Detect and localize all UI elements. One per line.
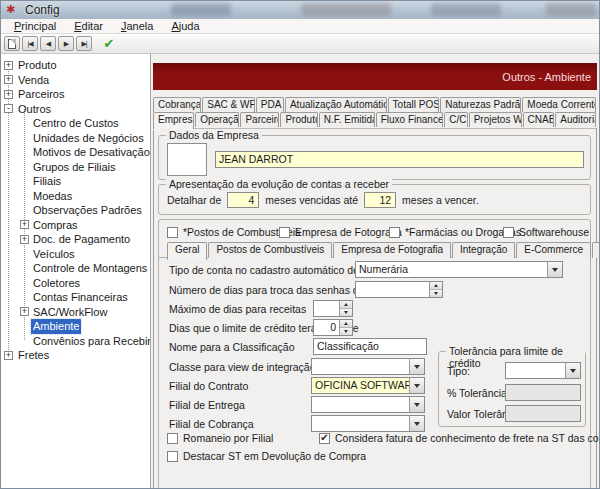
expand-icon[interactable]: + (20, 307, 29, 316)
next-record-button[interactable]: ▶ (58, 36, 74, 51)
spin-down-icon[interactable] (430, 289, 442, 297)
tree-item-convenios-para-recebimentos[interactable]: Convênios para Recebimentos c (1, 334, 150, 349)
dropdown-arrow-icon[interactable] (565, 363, 580, 378)
tree-item-contas-financeiras[interactable]: Contas Financeiras (1, 290, 150, 305)
ecf-combobox[interactable]: Numerária (355, 261, 563, 278)
dropdown-arrow-icon[interactable] (409, 416, 424, 431)
first-record-button[interactable]: |◀ (22, 36, 38, 51)
filial-entrega-combobox[interactable] (311, 396, 425, 413)
tab-empresa-de-fotografia[interactable]: Empresa de Fotografia (333, 242, 451, 258)
checkbox-considera-fatura-frete[interactable]: ✔ Considera fatura de conhecimento de fr… (319, 432, 600, 444)
limite-spinedit[interactable]: 0 (313, 319, 353, 336)
tab-projetos-wf[interactable]: Projetos WF (469, 112, 522, 127)
tree-item-compras[interactable]: +Compras (1, 218, 150, 233)
checkbox-softwarehouse[interactable]: Softwarehouse (503, 226, 589, 238)
tree-item-grupos-de-filiais[interactable]: Grupos de Filiais (1, 160, 150, 175)
tab-totall-pos[interactable]: Totall POS (388, 97, 440, 112)
tree-item-observacoes-padroes[interactable]: Observações Padrões (1, 203, 150, 218)
checkbox-empresa-de-fotografia[interactable]: Empresa de Fotografia (279, 226, 402, 238)
company-logo-box[interactable] (167, 143, 207, 176)
tree-item-moedas[interactable]: Moedas (1, 189, 150, 204)
tab-produto[interactable]: Produto (280, 112, 317, 127)
config-window: ✱ Config Principal Editar Janela Ajuda |… (0, 0, 600, 489)
tree-item-unidades-de-negocios[interactable]: Unidades de Negócios (1, 131, 150, 146)
new-record-button[interactable] (4, 36, 20, 51)
menu-principal[interactable]: Principal (5, 20, 65, 32)
dropdown-arrow-icon[interactable] (409, 359, 424, 374)
expand-icon[interactable]: + (4, 61, 13, 70)
checkbox-farmacias-ou-drogarias[interactable]: *Farmácias ou Drogarias (389, 226, 521, 238)
dropdown-arrow-icon[interactable] (409, 378, 424, 393)
filial-cobranca-combobox[interactable] (311, 415, 425, 432)
expand-icon[interactable]: + (4, 90, 13, 99)
tab-atualizacao-automatica[interactable]: Atualização Automática (285, 97, 387, 112)
classificacao-field[interactable]: Classificação (313, 338, 427, 355)
tab-moeda-corrente[interactable]: Moeda Corrente (522, 97, 596, 112)
menu-janela[interactable]: Janela (112, 20, 162, 32)
menu-editar[interactable]: Editar (65, 20, 112, 32)
tab-integracao[interactable]: Integração (452, 242, 515, 258)
tab-parceiro[interactable]: Parceiro (240, 112, 279, 127)
spin-up-icon[interactable] (430, 282, 442, 289)
tab-pda[interactable]: PDA (256, 97, 284, 112)
dropdown-arrow-icon[interactable] (409, 397, 424, 412)
confirm-button[interactable]: ✔ (100, 36, 118, 52)
tab-sac-wf[interactable]: SAC & WF (202, 97, 255, 112)
tree-item-motivos-de-desativacao[interactable]: Motivos de Desativação (1, 145, 150, 160)
expand-icon[interactable]: + (20, 220, 29, 229)
checkbox-destacar-st-devolucao[interactable]: Destacar ST em Devolução de Compra (167, 450, 366, 462)
classe-web-combobox[interactable] (311, 358, 425, 375)
spin-up-icon[interactable] (340, 301, 352, 308)
dropdown-arrow-icon[interactable] (547, 262, 562, 277)
title-bar[interactable]: ✱ Config (1, 1, 599, 19)
tree-item-centro-de-custos[interactable]: Centro de Custos (1, 116, 150, 131)
tab-material-de-construcao[interactable]: Material de Construção (592, 242, 600, 258)
expand-icon[interactable]: + (4, 351, 13, 360)
spin-down-icon[interactable] (340, 327, 352, 335)
tab-empresa[interactable]: Empresa (153, 112, 194, 129)
tree-item-produto[interactable]: +Produto (1, 58, 150, 73)
checkbox-romaneio-por-filial[interactable]: Romaneio por Filial (167, 432, 273, 444)
collapse-icon[interactable]: - (4, 104, 13, 113)
expand-icon[interactable]: + (20, 235, 29, 244)
tab-naturezas-padrao[interactable]: Naturezas Padrão (440, 97, 521, 112)
tree-item-outros[interactable]: -Outros (1, 102, 150, 117)
tab-cnab[interactable]: CNAB (523, 112, 555, 127)
last-record-button[interactable]: ▶| (76, 36, 92, 51)
spin-down-icon[interactable] (340, 308, 352, 316)
tree-item-ambiente[interactable]: Ambiente (1, 319, 150, 334)
filial-contrato-combobox[interactable]: OFICINA SOFTWARE (311, 377, 425, 394)
tree-item-filiais[interactable]: Filiais (1, 174, 150, 189)
valor-tolerancia-field[interactable] (505, 405, 581, 422)
months-to-due-field[interactable]: 12 (364, 192, 396, 208)
tree-item-controle-de-montagens[interactable]: Controle de Montagens (1, 261, 150, 276)
tab-e-commerce[interactable]: E-Commerce (516, 242, 591, 258)
expand-icon[interactable]: + (4, 75, 13, 84)
tab-operacao[interactable]: Operação (195, 112, 239, 127)
spin-up-icon[interactable] (340, 320, 352, 327)
tab-auditoria[interactable]: Auditoria (555, 112, 596, 127)
tab-cc[interactable]: C/C (444, 112, 467, 127)
menu-ajuda[interactable]: Ajuda (162, 20, 208, 32)
tab-geral[interactable]: Geral (167, 242, 207, 260)
tab-postos-de-combustiveis[interactable]: Postos de Combustíveis (208, 242, 332, 258)
tab-fluxo-financeiro[interactable]: Fluxo Financeiro (376, 112, 444, 127)
window-title: Config (25, 3, 60, 17)
tree-item-veiculos[interactable]: Veículos (1, 247, 150, 262)
tab-cobranca[interactable]: Cobrança (153, 97, 201, 112)
tree-item-venda[interactable]: +Venda (1, 73, 150, 88)
tree-item-doc-de-pagamento[interactable]: +Doc. de Pagamento (1, 232, 150, 247)
senha-spinедit[interactable] (355, 281, 443, 298)
prior-record-button[interactable]: ◀ (40, 36, 56, 51)
tree-item-fretes[interactable]: +Fretes (1, 348, 150, 363)
tab-nf-emitidas[interactable]: N.F. Emitidas (319, 112, 375, 127)
tree-item-parceiros[interactable]: +Parceiros (1, 87, 150, 102)
tree-item-coletores[interactable]: Coletores (1, 276, 150, 291)
months-due-field[interactable]: 4 (227, 192, 259, 208)
tree-item-sac-workflow[interactable]: +SAC/WorkFlow (1, 305, 150, 320)
percent-tolerancia-field[interactable] (505, 384, 581, 401)
receitas-spinedit[interactable] (313, 300, 353, 317)
tolerancia-tipo-combobox[interactable] (505, 362, 581, 379)
company-name-field[interactable]: JEAN DARROT (215, 151, 584, 168)
checkbox-box (167, 433, 178, 444)
